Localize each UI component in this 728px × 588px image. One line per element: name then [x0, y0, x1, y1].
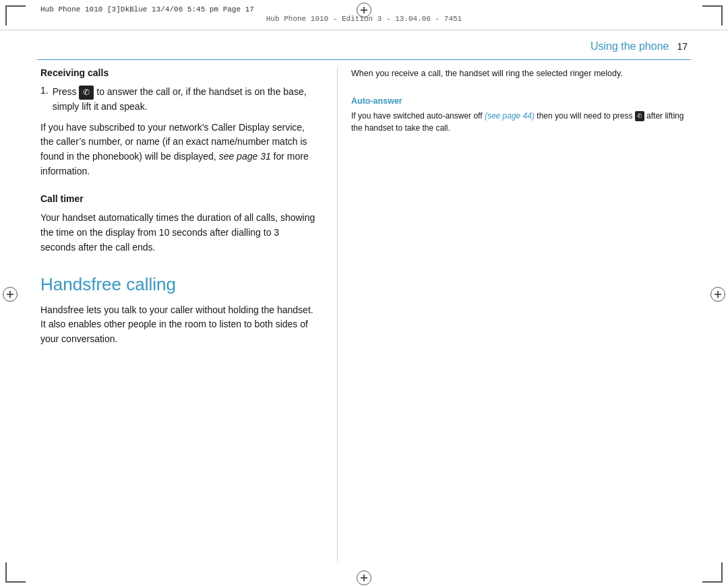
handsfree-heading: Handsfree calling [40, 274, 317, 295]
call-timer-section: Call timer Your handset automatically ti… [40, 193, 317, 255]
caller-display-page-ref: see page 31 [219, 151, 271, 162]
page-title-area: Using the phone 17 [590, 40, 688, 53]
list-item-content: Press ✆ to answer the call or, if the ha… [53, 85, 317, 114]
call-timer-heading: Call timer [40, 193, 317, 204]
edition-line: Hub Phone 1010 - Edition 3 - 13.04.06 - … [266, 15, 462, 23]
content-wrapper: Receiving calls 1. Press ✆ to answer the… [40, 67, 688, 561]
page-title: Using the phone [590, 40, 669, 53]
corner-mark-br [702, 562, 723, 583]
left-column: Receiving calls 1. Press ✆ to answer the… [40, 67, 337, 561]
corner-mark-bl [5, 562, 26, 583]
header-bar: Hub Phone 1010 [3]DkBlue 13/4/06 5:45 pm… [0, 0, 728, 30]
right-column: When you receive a call, the handset wil… [337, 67, 688, 561]
right-note-ringer: When you receive a call, the handset wil… [351, 67, 688, 80]
reg-circle-bottom [357, 570, 371, 585]
page-number: 17 [677, 41, 688, 52]
auto-answer-section: Auto-answer If you have switched auto-an… [351, 96, 688, 134]
receiving-calls-heading: Receiving calls [40, 67, 317, 78]
auto-answer-text-middle: then you will need to press [537, 111, 632, 121]
print-line: Hub Phone 1010 [3]DkBlue 13/4/06 5:45 pm… [40, 5, 688, 13]
receiving-calls-section: Receiving calls 1. Press ✆ to answer the… [40, 67, 317, 178]
title-rule [37, 59, 691, 60]
phone-answer-button-icon: ✆ [79, 86, 94, 100]
auto-answer-phone-icon: ✆ [635, 111, 644, 121]
auto-answer-text-before: If you have switched auto-answer off [351, 111, 483, 121]
list-item-text-before: Press [53, 86, 77, 97]
reg-circle-left [3, 287, 18, 302]
handsfree-section: Handsfree calling Handsfree lets you tal… [40, 274, 317, 347]
handsfree-body: Handsfree lets you talk to your caller w… [40, 303, 317, 347]
numbered-item-1: 1. Press ✆ to answer the call or, if the… [40, 85, 317, 114]
auto-answer-page-ref: (see page 44) [485, 111, 535, 121]
auto-answer-body: If you have switched auto-answer off (se… [351, 110, 688, 134]
call-timer-body: Your handset automatically times the dur… [40, 211, 317, 255]
list-number: 1. [40, 85, 49, 114]
caller-display-paragraph: If you have subscribed to your network’s… [40, 121, 317, 179]
auto-answer-heading: Auto-answer [351, 96, 688, 106]
reg-circle-right [710, 287, 725, 302]
